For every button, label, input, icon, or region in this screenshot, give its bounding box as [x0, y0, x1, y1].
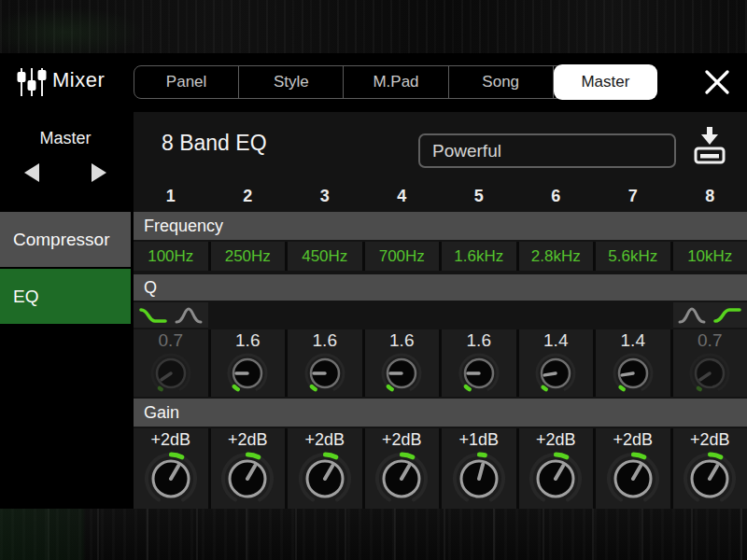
bottom-bezel-texture [0, 509, 747, 560]
frequency-value[interactable]: 2.8kHz [519, 242, 594, 271]
gain-value: +2dB [613, 430, 653, 450]
q-value: 1.4 [621, 330, 645, 351]
band-number: 6 [519, 183, 594, 209]
part-selector-label: Master [0, 129, 131, 148]
gain-knob[interactable] [218, 450, 276, 508]
gain-knob[interactable] [142, 450, 200, 508]
gain-value: +2dB [690, 430, 730, 450]
q-knob[interactable] [457, 351, 501, 396]
mixer-faders-icon [15, 65, 49, 99]
save-icon[interactable] [693, 127, 726, 168]
frequency-value[interactable]: 10kHz [673, 242, 747, 271]
band-number: 1 [134, 183, 208, 209]
band-numbers-row: 12345678 [134, 183, 747, 209]
mixer-screen: Mixer PanelStyleM.PadSongMaster Master C… [0, 0, 747, 560]
frequency-value[interactable]: 5.6kHz [596, 242, 670, 271]
high-shelf-icon[interactable] [713, 305, 741, 326]
q-knob[interactable] [379, 351, 424, 396]
gain-knob[interactable] [296, 450, 354, 508]
tab-song[interactable]: Song [449, 66, 554, 98]
q-cell: 1.4 [519, 329, 594, 397]
top-bezel-texture [0, 0, 747, 53]
band-number: 5 [442, 183, 516, 209]
gain-cell: +2dB [673, 428, 747, 509]
sidebar-item-eq[interactable]: EQ [0, 269, 131, 324]
page-title: 8 Band EQ [162, 131, 267, 156]
frequency-value[interactable]: 250Hz [211, 242, 286, 271]
frequency-value[interactable]: 1.6kHz [442, 242, 516, 271]
q-value: 1.6 [235, 330, 260, 351]
q-knob[interactable] [225, 351, 270, 396]
q-knob[interactable] [303, 351, 347, 396]
low-shelf-icon[interactable] [139, 305, 167, 326]
q-knob[interactable] [533, 351, 578, 396]
tab-master[interactable]: Master [554, 64, 657, 100]
q-value: 1.4 [543, 330, 568, 351]
peak-icon[interactable] [175, 305, 203, 326]
q-cell: 1.4 [596, 329, 670, 397]
gain-knob[interactable] [527, 450, 585, 508]
q-value: 1.6 [313, 330, 337, 351]
frequency-row-header: Frequency [134, 212, 747, 240]
gain-value: +1dB [458, 430, 499, 450]
band-number: 7 [596, 183, 670, 209]
q-cell: 1.6 [365, 329, 440, 397]
q-cell: 1.6 [288, 329, 362, 397]
q-knobs-row: 0.71.61.61.61.61.41.40.7 [134, 329, 747, 397]
q-knob[interactable] [611, 351, 655, 396]
filter-type-cell [211, 302, 286, 328]
gain-cell: +1dB [442, 428, 516, 509]
band-number: 4 [365, 183, 440, 209]
gain-cell: +2dB [134, 428, 208, 509]
filter-type-cell[interactable] [673, 302, 747, 328]
gain-cell: +2dB [211, 428, 286, 509]
q-value: 0.7 [159, 330, 183, 351]
gain-cell: +2dB [365, 428, 440, 509]
part-prev-arrow-icon[interactable] [21, 161, 43, 184]
eq-panel: 8 Band EQ Powerful 12345678 Frequency 10… [134, 112, 747, 509]
sidebar-items: CompressorEQ [0, 212, 131, 326]
filter-type-cell [442, 302, 516, 328]
title-bar: Mixer PanelStyleM.PadSongMaster [0, 53, 747, 110]
app-title: Mixer [52, 68, 105, 92]
q-knob[interactable] [148, 351, 193, 396]
q-cell: 1.6 [211, 329, 286, 397]
tab-bar: PanelStyleM.PadSongMaster [134, 65, 656, 99]
sidebar: Master CompressorEQ [0, 112, 131, 509]
gain-knob[interactable] [373, 450, 430, 508]
gain-value: +2dB [382, 430, 422, 450]
gain-value: +2dB [304, 430, 345, 450]
frequency-values-row: 100Hz250Hz450Hz700Hz1.6kHz2.8kHz5.6kHz10… [134, 242, 747, 271]
gain-knob[interactable] [604, 450, 662, 508]
peak-icon[interactable] [678, 305, 706, 326]
gain-value: +2dB [228, 430, 268, 450]
q-row-label: Q [144, 278, 157, 298]
frequency-value[interactable]: 700Hz [365, 242, 440, 271]
filter-type-cell [365, 302, 440, 328]
q-cell: 0.7 [134, 329, 208, 397]
gain-row-label: Gain [144, 403, 179, 423]
part-next-arrow-icon[interactable] [88, 161, 110, 184]
gain-value: +2dB [150, 430, 190, 450]
filter-type-cell [288, 302, 362, 328]
frequency-value[interactable]: 100Hz [134, 242, 208, 271]
gain-cell: +2dB [288, 428, 362, 509]
tab-style[interactable]: Style [239, 66, 344, 98]
tab-mpad[interactable]: M.Pad [344, 66, 448, 98]
gain-knob[interactable] [450, 450, 508, 508]
filter-type-cell [519, 302, 594, 328]
frequency-value[interactable]: 450Hz [288, 242, 362, 271]
preset-value: Powerful [432, 141, 501, 161]
q-value: 1.6 [467, 330, 491, 351]
q-knob[interactable] [687, 351, 732, 396]
gain-cell: +2dB [596, 428, 670, 509]
sidebar-item-compressor[interactable]: Compressor [0, 212, 131, 267]
gain-knob[interactable] [681, 450, 739, 508]
filter-type-cell[interactable] [134, 302, 208, 328]
band-number: 3 [288, 183, 362, 209]
close-icon[interactable] [704, 70, 730, 94]
filter-type-row [134, 302, 747, 328]
tab-panel[interactable]: Panel [134, 66, 239, 98]
preset-selector[interactable]: Powerful [418, 133, 676, 168]
frequency-row-label: Frequency [144, 217, 223, 236]
